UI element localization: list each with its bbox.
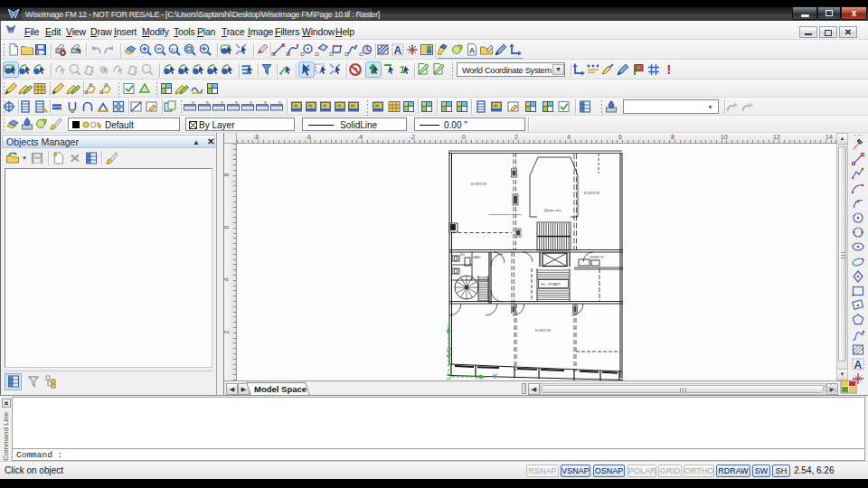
- svg-text:Y: Y: [493, 373, 497, 380]
- svg-text:!: !: [667, 62, 672, 77]
- svg-text:Дверь пез: Дверь пез: [544, 208, 561, 212]
- svg-text:KONTOR: KONTOR: [471, 182, 486, 186]
- svg-text:GARD: GARD: [473, 256, 482, 259]
- svg-text:KONTOR: KONTOR: [535, 328, 551, 333]
- svg-text:ТЕЛЕФ УЛ: ТЕЛЕФ УЛ: [590, 256, 604, 259]
- svg-text:HO-, STRAPP: HO-, STRAPP: [541, 283, 561, 286]
- svg-text:A: A: [394, 44, 402, 57]
- svg-text:WC: WC: [460, 253, 466, 257]
- svg-text:A: A: [469, 46, 475, 55]
- svg-text:KONTOR: KONTOR: [584, 191, 599, 195]
- svg-text:1:1: 1:1: [171, 47, 179, 52]
